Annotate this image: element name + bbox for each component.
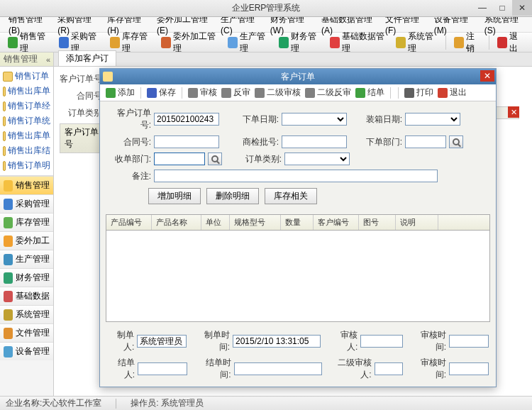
toolbar-icon — [188, 88, 198, 98]
tree-item-3[interactable]: 销售订单统 — [1, 113, 52, 128]
tree-item-5[interactable]: 销售出库结 — [1, 143, 52, 158]
sidebar-header-label: 销售管理 — [4, 53, 38, 65]
remark-input[interactable] — [154, 170, 438, 182]
nav-5[interactable]: 财务管理 — [0, 268, 53, 287]
toolbar-label: 财务管理 — [291, 31, 321, 55]
dialog-tb-5[interactable]: 二级反审 — [305, 87, 351, 99]
recv-dept-input[interactable] — [154, 153, 205, 165]
close-time-label: 结单时间: — [197, 357, 231, 381]
nav-6[interactable]: 基础数据 — [0, 287, 53, 305]
dialog-tb-0[interactable]: 添加 — [106, 87, 135, 99]
toolbar-4[interactable]: 生产管理 — [224, 29, 273, 56]
contract-input[interactable] — [154, 135, 219, 148]
tree-item-6[interactable]: 销售订单明 — [1, 158, 52, 173]
grid-col-3[interactable]: 规格型号 — [230, 215, 281, 230]
toolbar-9[interactable]: 退出 — [494, 29, 528, 56]
tree-label: 销售订单明 — [8, 160, 50, 172]
sidebar-collapse-icon[interactable]: « — [46, 55, 50, 64]
order-no-label: 客户订单号: — [107, 107, 151, 131]
audit-time2-label: 审核时间: — [413, 357, 447, 381]
dialog-tb-4[interactable]: 二级审核 — [255, 87, 301, 99]
dialog-tb-label: 二级审核 — [267, 87, 301, 99]
ghost-close-button[interactable]: ✕ — [508, 106, 519, 118]
order-type-label: 订单类别: — [238, 153, 282, 165]
dialog-close-button[interactable]: ✕ — [480, 70, 494, 82]
nav-0[interactable]: 销售管理 — [0, 176, 53, 194]
tree-item-2[interactable]: 销售订单经 — [1, 99, 52, 113]
document-icon — [3, 72, 13, 82]
toolbar-icon — [454, 37, 464, 48]
nav-icon — [4, 254, 13, 265]
nav-9[interactable]: 设备管理 — [0, 342, 53, 360]
order-no-input[interactable] — [154, 113, 219, 126]
nav-3[interactable]: 委外加工 — [0, 231, 53, 250]
nav-2[interactable]: 库存管理 — [0, 213, 53, 231]
tab-label: 添加客户订 — [66, 53, 109, 63]
bg-order-no-label: 客户订单号 — [60, 73, 102, 85]
contract-label: 合同号: — [107, 136, 151, 148]
add-detail-button[interactable]: 增加明细 — [148, 188, 201, 204]
dialog-tb-2[interactable]: 审核 — [188, 87, 217, 99]
order-date-select[interactable] — [282, 113, 347, 126]
toolbar-8[interactable]: 注销 — [450, 29, 484, 56]
toolbar-label: 基础数据管理 — [342, 31, 387, 55]
toolbar-3[interactable]: 委外加工管理 — [157, 29, 221, 56]
dept2-label: 下单部门: — [362, 136, 402, 148]
toolbar-0[interactable]: 销售管理 — [4, 29, 53, 56]
sidebar-header: 销售管理 « — [0, 52, 53, 67]
nav-label: 销售管理 — [16, 179, 50, 192]
nav-7[interactable]: 系统管理 — [0, 305, 53, 323]
dialog-tb-8[interactable]: 退出 — [438, 87, 467, 99]
grid-col-5[interactable]: 客户编号 — [314, 215, 359, 230]
nav-icon — [4, 291, 13, 302]
grid-body[interactable] — [106, 231, 489, 321]
toolbar-icon — [404, 88, 414, 98]
toolbar-6[interactable]: 基础数据管理 — [326, 29, 390, 56]
tree-item-0[interactable]: 销售订单 — [1, 69, 52, 84]
toolbar-icon — [330, 37, 340, 48]
detail-grid: 产品编号产品名称单位规格型号数量客户编号图号说明 — [106, 214, 490, 322]
recv-dept-search-button[interactable] — [208, 153, 222, 165]
inspect-input[interactable] — [282, 135, 347, 148]
dialog-tb-1[interactable]: 保存 — [147, 87, 176, 99]
dialog-tb-3[interactable]: 反审 — [221, 87, 250, 99]
minimize-button[interactable]: — — [472, 0, 492, 16]
grid-col-0[interactable]: 产品编号 — [106, 215, 152, 230]
dialog-icon — [103, 72, 113, 82]
maximize-button[interactable]: □ — [492, 0, 512, 16]
grid-col-2[interactable]: 单位 — [201, 215, 230, 230]
search-icon — [453, 138, 460, 145]
close-button[interactable]: ✕ — [512, 0, 532, 16]
grid-col-6[interactable]: 图号 — [359, 215, 396, 230]
dialog-tb-label: 退出 — [450, 87, 467, 99]
nav-1[interactable]: 采购管理 — [0, 194, 53, 213]
dialog-tb-label: 审核 — [200, 87, 217, 99]
tree-item-4[interactable]: 销售出库单 — [1, 128, 52, 143]
tree-item-1[interactable]: 销售出库单 — [1, 84, 52, 99]
nav-4[interactable]: 生产管理 — [0, 250, 53, 268]
delete-detail-button[interactable]: 删除明细 — [206, 188, 259, 204]
grid-col-1[interactable]: 产品名称 — [152, 215, 201, 230]
nav-8[interactable]: 文件管理 — [0, 323, 53, 342]
tab-add-order[interactable]: 添加客户订 — [58, 50, 116, 66]
dialog-tb-7[interactable]: 打印 — [404, 87, 433, 99]
toolbar-icon — [305, 88, 315, 98]
audit-time2-input — [449, 362, 489, 375]
toolbar-icon — [228, 37, 238, 48]
make-time-label: 制单时间: — [196, 329, 230, 353]
dialog-form: 客户订单号: 下单日期: 装箱日期: 合同号: 商检批号: 下单部门: 收单部门… — [100, 101, 496, 213]
grid-col-7[interactable]: 说明 — [396, 215, 438, 230]
toolbar-icon — [59, 37, 69, 48]
dept2-input[interactable] — [405, 135, 446, 148]
dialog-tb-6[interactable]: 结单 — [355, 87, 384, 99]
stock-related-button[interactable]: 库存相关 — [265, 188, 317, 204]
order-type-select[interactable] — [284, 153, 350, 165]
toolbar-5[interactable]: 财务管理 — [275, 29, 324, 56]
toolbar-icon — [355, 88, 365, 98]
toolbar-7[interactable]: 系统管理 — [392, 29, 441, 56]
dept2-search-button[interactable] — [449, 135, 463, 148]
dialog-tb-label: 添加 — [118, 87, 135, 99]
toolbar-icon — [279, 37, 289, 48]
grid-col-4[interactable]: 数量 — [281, 215, 314, 230]
box-date-select[interactable] — [405, 113, 460, 126]
